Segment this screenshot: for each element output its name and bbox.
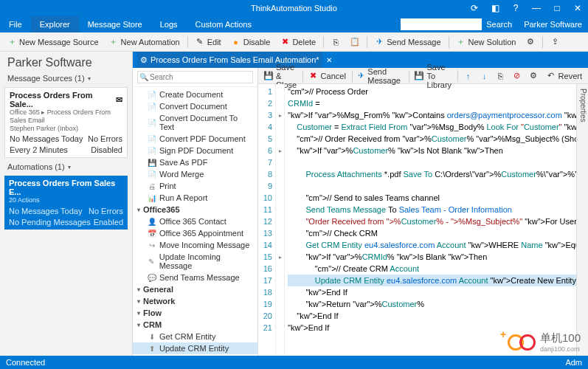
copy-button[interactable]: ⎘ [327, 36, 345, 48]
action-icon: ↪ [148, 241, 156, 249]
tab-icon: ⚙ [140, 55, 148, 65]
tree-item[interactable]: 📄Create Document [133, 89, 257, 100]
tree-item[interactable]: 💾Save As PDF [133, 156, 257, 168]
editor-toolbar: 💾Save & Close ✖Cancel ✈Send Message 💾Sav… [258, 68, 588, 84]
brand-label: Parker Software [518, 16, 588, 32]
action-icon: 📄 [148, 91, 156, 99]
menu-explorer[interactable]: Explorer [31, 16, 79, 32]
automation-card[interactable]: Process Orders From Sales E... 20 Action… [4, 176, 128, 230]
code-area[interactable]: "cm">// Process OrderCRMId ="kw">If "var… [285, 84, 588, 356]
new-automation-button[interactable]: ＋New Automation [105, 36, 184, 48]
search-icon: 🔍 [139, 73, 148, 81]
status-bar: Connected Adm [0, 356, 588, 369]
tree-group[interactable]: ▾ General [133, 283, 257, 295]
export-button[interactable]: ⇪ [546, 36, 564, 48]
edit-button[interactable]: ✎Edit [191, 36, 226, 48]
sync-icon[interactable]: ⟳ [467, 1, 482, 15]
new-solution-button[interactable]: ＋New Solution [452, 36, 521, 48]
action-icon: 📄 [148, 135, 156, 143]
action-icon: ⬇ [148, 333, 156, 341]
revert-button[interactable]: ↶Revert [544, 71, 585, 81]
menu-file[interactable]: File [0, 16, 31, 32]
tree-item[interactable]: ⬆Update CRM Entity [133, 342, 257, 354]
properties-tab[interactable]: Properties [576, 84, 588, 356]
automations-header[interactable]: Automations (1)▾ [0, 159, 132, 174]
delete-button[interactable]: ✖Delete [276, 36, 320, 48]
menu-logs[interactable]: Logs [151, 16, 187, 32]
left-panel: Parker Software Message Sources (1)▾ Pro… [0, 52, 133, 356]
action-icon: ⬆ [148, 345, 156, 353]
ed-copy-button[interactable]: ⎘ [494, 71, 508, 81]
line-gutter: 123456789101112131415161718192021 [258, 84, 276, 356]
action-icon: ✎ [148, 258, 156, 266]
mail-icon: ✉ [116, 95, 122, 105]
actions-search-input[interactable] [137, 71, 253, 83]
cancel-button[interactable]: ✖Cancel [306, 71, 349, 81]
action-icon: 🖨 [148, 182, 156, 190]
action-icon: 💾 [148, 159, 156, 167]
titlebar: ThinkAutomation Studio ⟳ ◧ ? — □ ✕ [0, 0, 588, 16]
disable-button[interactable]: ●Disable [227, 36, 275, 48]
actions-panel: 🔍 📄Create Document📄Convert Document📄Conv… [133, 68, 258, 356]
tree-group[interactable]: ▾ Network [133, 295, 257, 307]
editor-send-button[interactable]: ✈Send Message [355, 66, 406, 86]
status-user: Adm [565, 358, 582, 367]
code-editor: 💾Save & Close ✖Cancel ✈Send Message 💾Sav… [258, 68, 588, 356]
new-message-source-button[interactable]: ＋New Message Source [3, 36, 103, 48]
action-icon: 📄 [148, 147, 156, 155]
tab-strip: ⚙Process Orders From Sales Email Automat… [133, 52, 588, 68]
action-icon: 💬 [148, 274, 156, 282]
tree-item[interactable]: 📄Convert Document To Text [133, 112, 257, 133]
ed-settings-button[interactable]: ⚙ [526, 71, 541, 81]
dash-icon[interactable]: ◧ [488, 1, 502, 15]
tree-item[interactable]: 📄Convert Document [133, 100, 257, 112]
action-icon: 📄 [148, 170, 156, 179]
tree-group[interactable]: ▾ CRM [133, 319, 257, 331]
message-source-card[interactable]: Process Orders From Sale...✉ Office 365 … [4, 87, 128, 158]
action-icon: 📄 [148, 119, 156, 127]
message-sources-header[interactable]: Message Sources (1)▾ [0, 71, 132, 86]
minimize-button[interactable]: — [529, 1, 544, 15]
move-down-button[interactable]: ↓ [477, 71, 492, 81]
tree-item[interactable]: ↪Move Incoming Message [133, 239, 257, 251]
help-icon[interactable]: ? [508, 1, 523, 15]
tree-item[interactable]: 👤Office 365 Contact [133, 215, 257, 227]
send-message-button[interactable]: ✈Send Message [370, 36, 445, 48]
actions-tree: 📄Create Document📄Convert Document📄Conver… [133, 87, 257, 356]
maximize-button[interactable]: □ [550, 1, 564, 15]
tab-close-button[interactable]: ✕ [324, 55, 334, 65]
settings-button[interactable]: ⚙ [522, 36, 539, 48]
search-label[interactable]: Search [486, 20, 512, 29]
menu-custom-actions[interactable]: Custom Actions [187, 16, 260, 32]
tree-item[interactable]: 📄Word Merge [133, 168, 257, 180]
tree-item[interactable]: ⬇Get CRM Entity [133, 331, 257, 342]
fold-gutter: ▸▸▸ [276, 84, 285, 356]
tree-item[interactable]: 💬Send Teams Message [133, 272, 257, 283]
tree-group[interactable]: ▾ Office365 [133, 204, 257, 215]
tree-group[interactable]: ▾ Flow [133, 307, 257, 319]
tree-item[interactable]: ✎Update Incoming Message [133, 251, 257, 272]
close-button[interactable]: ✕ [570, 1, 585, 15]
search-input[interactable] [401, 18, 482, 30]
tree-item[interactable]: 📊Run A Report [133, 192, 257, 204]
tree-item[interactable]: 📄Sign PDF Document [133, 145, 257, 156]
move-up-button[interactable]: ↑ [461, 71, 476, 81]
action-icon: 📊 [148, 194, 156, 202]
action-icon: 📄 [148, 103, 156, 111]
status-connected: Connected [6, 358, 45, 367]
app-title: ThinkAutomation Studio [251, 4, 337, 13]
main-toolbar: ＋New Message Source ＋New Automation ✎Edi… [0, 32, 588, 52]
tree-item[interactable]: 📄Convert PDF Document [133, 133, 257, 145]
action-icon: 👤 [148, 218, 156, 226]
ed-disable-button[interactable]: ⊘ [510, 71, 525, 81]
tree-item[interactable]: 🖨Print [133, 180, 257, 192]
solution-title: Parker Software [0, 52, 132, 71]
tree-item[interactable]: 📅Office 365 Appointment [133, 227, 257, 239]
menu-message-store[interactable]: Message Store [79, 16, 151, 32]
paste-button[interactable]: 📋 [346, 36, 364, 48]
menubar: File Explorer Message Store Logs Custom … [0, 16, 588, 32]
action-icon: 📅 [148, 230, 156, 238]
